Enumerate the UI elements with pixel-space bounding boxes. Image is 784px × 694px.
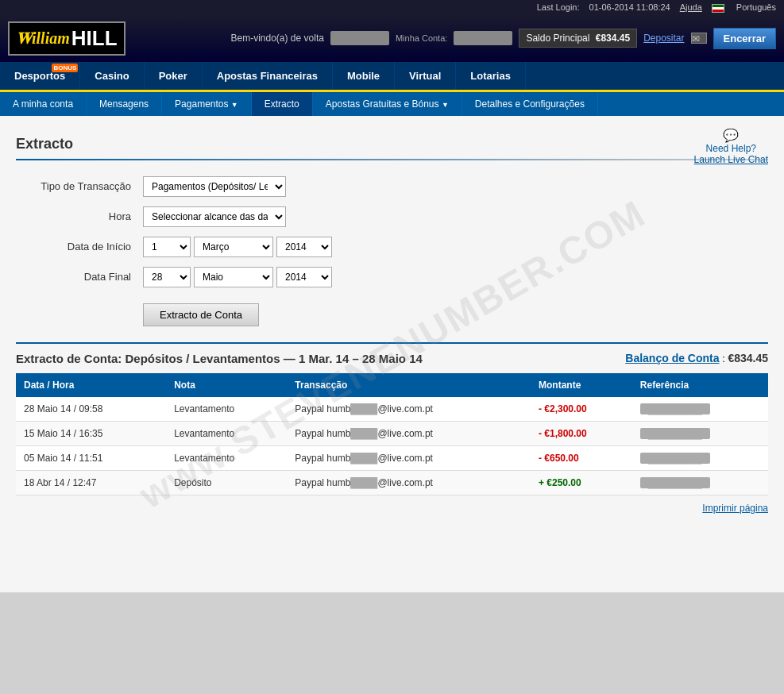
account-blurred: ████ [454,31,512,45]
sub-nav: A minha conta Mensagens Pagamentos Extra… [0,92,784,116]
depositar-link[interactable]: Depositar [643,33,684,44]
nav-item-desportos[interactable]: Desportos BONUS [0,62,80,90]
cell-date: 18 Abr 14 / 12:47 [16,470,166,495]
extracto-button[interactable]: Extracto de Conta [143,303,259,326]
transactions-table: Data / Hora Nota Transacção Montante Ref… [16,373,768,495]
hora-row: Hora Seleccionar alcance das dat [16,206,768,227]
cell-montante: - €1,800.00 [531,421,632,445]
nav-item-poker[interactable]: Poker [145,62,203,90]
filter-form: Tipo de Transacção Pagamentos (Depósitos… [16,176,768,326]
language-label: Português [736,2,776,12]
sub-nav-pagamentos[interactable]: Pagamentos [162,92,252,116]
logo-william: 𝐖illiam [16,29,70,48]
results-header: Extracto de Conta: Depósitos / Levantame… [16,352,768,365]
welcome-text: Bem-vindo(a) de volta [231,33,324,44]
sub-nav-minha-conta[interactable]: A minha conta [0,92,87,116]
header-right: Bem-vindo(a) de volta ████ Minha Conta: … [231,28,776,49]
col-referencia: Referência [632,373,768,397]
balanco-link[interactable]: Balanço de Conta [625,352,719,364]
cell-referencia: ████████ [632,470,768,495]
title-underline [16,159,768,160]
bonus-badge: BONUS [52,64,78,72]
data-final-year-select[interactable]: 2014 [276,267,332,287]
nav-item-virtual[interactable]: Virtual [395,62,456,90]
help-box[interactable]: 💬 Need Help? Launch Live Chat [694,128,768,165]
cell-transacao: Paypal humb████@live.com.pt [287,421,531,445]
nav-item-casino[interactable]: Casino [80,62,144,90]
flag-icon [712,2,727,13]
logo-hill: HILL [71,26,118,51]
data-inicio-year-select[interactable]: 2014 [276,237,332,257]
minha-conta-label: Minha Conta: [396,33,447,43]
sub-nav-mensagens[interactable]: Mensagens [87,92,162,116]
data-inicio-row: Data de Início 1 Março 2014 [16,237,768,257]
cell-date: 28 Maio 14 / 09:58 [16,397,166,422]
cell-nota: Depósito [166,470,287,495]
cell-nota: Levantamento [166,397,287,422]
username-blurred: ████ [330,31,389,45]
tipo-label: Tipo de Transacção [16,180,143,192]
saldo-value: €834.45 [596,33,630,44]
need-help-text: Need Help? [694,143,768,154]
encerrar-button[interactable]: Encerrar [713,28,776,49]
sub-nav-apostas-gratuitas[interactable]: Apostas Gratuitas e Bónus [313,92,462,116]
launch-chat-link[interactable]: Launch Live Chat [694,154,768,165]
cell-referencia: ████████ [632,421,768,445]
balanco-container: Balanço de Conta : €834.45 [625,352,768,364]
saldo-label: Saldo Principal [526,33,589,44]
data-final-day-select[interactable]: 28 [143,267,191,287]
last-login-label: Last Login: [537,2,580,12]
col-nota: Nota [166,373,287,397]
col-data: Data / Hora [16,373,166,397]
header: 𝐖illiam HILL Bem-vindo(a) de volta ████ … [0,15,784,62]
last-login-value: 01-06-2014 11:08:24 [589,2,670,12]
table-row: 28 Maio 14 / 09:58LevantamentoPaypal hum… [16,397,768,422]
results-section: Extracto de Conta: Depósitos / Levantame… [16,342,768,514]
data-final-row: Data Final 28 Maio 2014 [16,267,768,287]
nav-item-apostas-financeiras[interactable]: Apostas Financeiras [203,62,333,90]
print-section: Imprimir página [16,502,768,514]
logo: 𝐖illiam HILL [8,21,126,56]
cell-referencia: ████████ [632,397,768,422]
cell-transacao: Paypal humb████@live.com.pt [287,470,531,495]
saldo-box: Saldo Principal €834.45 [519,29,637,48]
tipo-transacao-row: Tipo de Transacção Pagamentos (Depósitos… [16,176,768,197]
sub-nav-extracto[interactable]: Extracto [252,92,313,116]
hora-label: Hora [16,210,143,222]
col-montante: Montante [531,373,632,397]
cell-nota: Levantamento [166,421,287,445]
page-title: Extracto [16,136,768,152]
results-title: Extracto de Conta: Depósitos / Levantame… [16,352,423,365]
sub-nav-detalhes[interactable]: Detalhes e Configurações [462,92,598,116]
nav-item-lotarias[interactable]: Lotarias [456,62,526,90]
cell-referencia: ████████ [632,445,768,470]
data-inicio-day-select[interactable]: 1 [143,237,191,257]
cell-transacao: Paypal humb████@live.com.pt [287,445,531,470]
table-row: 18 Abr 14 / 12:47DepósitoPaypal humb████… [16,470,768,495]
data-inicio-label: Data de Início [16,241,143,253]
data-final-label: Data Final [16,271,143,283]
data-final-month-select[interactable]: Maio [194,267,273,287]
cell-montante: + €250.00 [531,470,632,495]
chat-icon: 💬 [694,128,768,143]
hora-select[interactable]: Seleccionar alcance das dat [143,206,286,227]
cell-date: 05 Maio 14 / 11:51 [16,445,166,470]
main-nav: Desportos BONUS Casino Poker Apostas Fin… [0,62,784,92]
cell-montante: - €2,300.00 [531,397,632,422]
cell-date: 15 Maio 14 / 16:35 [16,421,166,445]
nav-item-mobile[interactable]: Mobile [333,62,395,90]
table-row: 05 Maio 14 / 11:51LevantamentoPaypal hum… [16,445,768,470]
content: www.STEVENENUMBER.COM 💬 Need Help? Launc… [0,116,784,592]
envelope-icon[interactable]: ✉ [691,33,707,44]
cell-montante: - €650.00 [531,445,632,470]
table-row: 15 Maio 14 / 16:35LevantamentoPaypal hum… [16,421,768,445]
logo-box: 𝐖illiam HILL [8,21,126,56]
tipo-select[interactable]: Pagamentos (Depósitos/ Lev [143,176,286,197]
print-link[interactable]: Imprimir página [702,503,768,514]
data-inicio-month-select[interactable]: Março [194,237,273,257]
ajuda-link[interactable]: Ajuda [680,2,702,12]
top-bar: Last Login: 01-06-2014 11:08:24 Ajuda Po… [0,0,784,15]
table-header-row: Data / Hora Nota Transacção Montante Ref… [16,373,768,397]
cell-nota: Levantamento [166,445,287,470]
balanco-value: €834.45 [728,352,768,364]
